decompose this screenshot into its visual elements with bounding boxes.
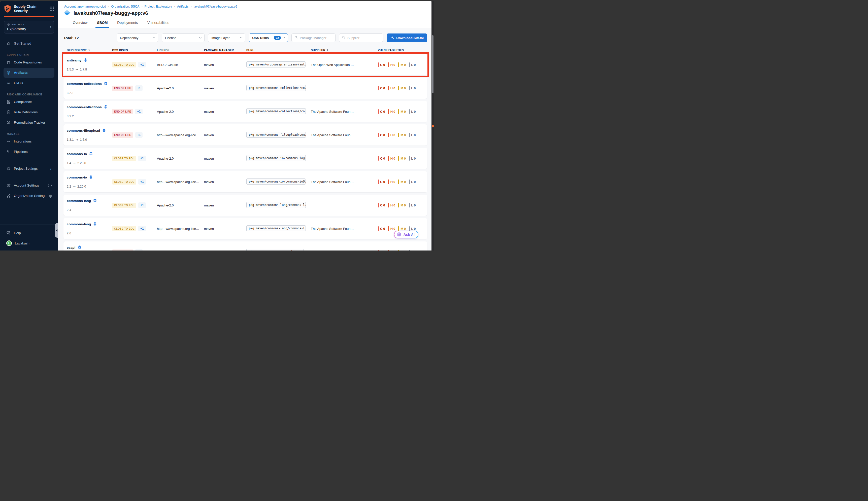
- download-sbom-button[interactable]: Download SBOM: [387, 33, 427, 42]
- sidebar-collapse-handle[interactable]: [55, 223, 58, 238]
- sidebar-item-account-settings[interactable]: Account Settings i: [3, 181, 54, 191]
- sidebar-item-help[interactable]: Help: [3, 228, 54, 238]
- table-row[interactable]: commons-fileupload 1.3.1→1.6.0 END OF LI…: [63, 124, 427, 146]
- license-cell: http---www.apache.org-lice…: [157, 133, 204, 137]
- more-risks-badge[interactable]: +1: [138, 226, 146, 231]
- breadcrumb-artifacts[interactable]: Artifacts: [177, 5, 188, 8]
- risk-badge: CLOSE TO EOL: [112, 179, 136, 184]
- docker-icon: [64, 10, 71, 16]
- table-row[interactable]: commons-lang 2.6→ CLOSE TO EOL +1 http--: [63, 218, 427, 239]
- high-severity-bar: [388, 86, 389, 90]
- sidebar-item-cicd[interactable]: ∞ CI/CD: [3, 78, 54, 88]
- package-manager-input[interactable]: [300, 36, 332, 40]
- more-risks-badge[interactable]: +1: [138, 202, 146, 208]
- sidebar-item-organization-settings[interactable]: Organization Settings i: [3, 191, 54, 201]
- purl-chip[interactable]: pkg:maven/commons-io/commons-io@…: [246, 155, 306, 161]
- vuln-count-high: H0: [388, 203, 395, 207]
- high-severity-bar: [388, 203, 389, 207]
- breadcrumb-account[interactable]: Account: app-harness-ng-cicd: [64, 5, 106, 8]
- sidebar-item-integrations[interactable]: Integrations: [3, 137, 54, 147]
- table-row[interactable]: commons-collections 3.2.1→ END OF LIFE +…: [63, 77, 427, 99]
- more-risks-badge[interactable]: +1: [138, 62, 146, 67]
- sidebar-item-pipelines[interactable]: Pipelines: [3, 147, 54, 157]
- page-header: Account: app-harness-ng-cicd › Organizat…: [58, 1, 432, 28]
- table-row[interactable]: commons-io 1.4→2.20.0 CLOSE TO EOL +1 Ap: [63, 148, 427, 169]
- oss-risks-filter-select[interactable]: OSS Risks 02: [249, 33, 288, 42]
- more-risks-badge[interactable]: +1: [138, 156, 146, 161]
- module-grid-icon[interactable]: [50, 7, 54, 11]
- column-dependency[interactable]: DEPENDENCY: [67, 49, 112, 52]
- dependency-version: 3.2.1→: [67, 91, 109, 95]
- sidebar-item-rule-definitions[interactable]: Rule Definitions: [3, 107, 54, 117]
- purl-chip[interactable]: pkg:maven/org.owasp.antisamy/ant…: [246, 62, 306, 67]
- layers-icon[interactable]: [104, 105, 108, 109]
- tab-vulnerabilities[interactable]: Vulnerabilities: [147, 19, 170, 28]
- dependency-cell: commons-collections 3.2.1→: [67, 77, 112, 99]
- divider: [4, 177, 54, 177]
- table-row[interactable]: commons-io 2.2→2.20.0 CLOSE TO EOL +1 ht: [63, 171, 427, 192]
- image-layer-filter-select[interactable]: Image Layer: [208, 33, 245, 42]
- ask-ai-button[interactable]: Ask AI: [394, 231, 419, 238]
- table-row[interactable]: esapi → END OF LIFE +1 BSD-Creative Comm: [63, 242, 427, 250]
- license-filter-select[interactable]: License: [162, 33, 204, 42]
- more-risks-badge[interactable]: +1: [135, 132, 143, 138]
- column-purl: PURL: [246, 49, 311, 52]
- purl-chip[interactable]: pkg:maven/commons-collections/co…: [246, 85, 306, 91]
- sidebar-item-compliance[interactable]: Compliance: [3, 97, 54, 107]
- dependency-name: commons-lang: [67, 222, 91, 226]
- dependency-name: commons-collections: [67, 105, 102, 109]
- supplier-input[interactable]: [347, 36, 380, 40]
- vulnerabilities-cell: C0H0M0L0: [378, 226, 427, 231]
- high-severity-bar: [388, 180, 389, 184]
- critical-severity-bar: [378, 250, 379, 250]
- purl-cell: pkg:maven/commons-io/commons-io@…: [246, 179, 311, 185]
- app-window: Supply Chain Security PROJECT Explorat: [0, 0, 434, 250]
- breadcrumb-organization[interactable]: Organization: SSCA: [111, 5, 139, 8]
- column-supplier[interactable]: SUPPLIER: [311, 49, 378, 52]
- package-manager-cell: maven: [204, 86, 246, 90]
- layers-icon[interactable]: [77, 245, 82, 250]
- dependency-cell: commons-io 2.2→2.20.0: [67, 171, 112, 192]
- sidebar-item-project-settings[interactable]: Project Settings ›: [3, 164, 54, 174]
- low-severity-bar: [409, 109, 410, 114]
- sort-desc-icon: [88, 50, 90, 51]
- layers-icon[interactable]: [102, 128, 106, 133]
- sidebar-item-get-started[interactable]: Get Started: [3, 39, 54, 49]
- layers-icon[interactable]: [84, 58, 88, 63]
- more-risks-badge[interactable]: +1: [138, 179, 146, 184]
- layers-icon[interactable]: [104, 81, 108, 86]
- tab-sbom[interactable]: SBOM: [96, 19, 108, 28]
- tab-deployments[interactable]: Deployments: [117, 19, 138, 28]
- more-risks-badge[interactable]: +1: [135, 85, 143, 91]
- medium-severity-bar: [398, 156, 399, 161]
- layers-icon[interactable]: [93, 222, 97, 226]
- purl-chip[interactable]: pkg:maven/commons-fileupload/com…: [246, 132, 306, 138]
- sidebar-user[interactable]: L Lavakush: [3, 238, 54, 248]
- section-manage: MANAGE: [0, 133, 58, 136]
- purl-chip[interactable]: pkg:maven/commons-collections/co…: [246, 108, 306, 114]
- tab-overview[interactable]: Overview: [72, 19, 88, 28]
- layers-icon[interactable]: [89, 175, 93, 180]
- purl-cell: pkg:maven/commons-io/commons-io@…: [246, 155, 311, 162]
- sidebar-item-code-repositories[interactable]: Code Repositories: [3, 57, 54, 67]
- table-row[interactable]: antisamy 1.5.3→1.7.8 CLOSE TO EOL +1 BSD: [63, 54, 427, 75]
- purl-chip[interactable]: pkg:maven/commons-lang/commons-l…: [246, 225, 306, 231]
- purl-chip[interactable]: pkg:maven/org.owasp.esapi/esa…: [246, 249, 304, 251]
- project-selector[interactable]: PROJECT Exploratory ›: [4, 21, 54, 33]
- table-row[interactable]: commons-lang 2.4→ CLOSE TO EOL +1 Apache: [63, 195, 427, 216]
- breadcrumb-artifact-name[interactable]: lavakush07/easy-buggy-app:v6: [194, 5, 237, 8]
- sidebar-item-artifacts[interactable]: Artifacts: [3, 68, 54, 78]
- purl-chip[interactable]: pkg:maven/commons-lang/commons-l…: [246, 202, 306, 208]
- breadcrumb-project[interactable]: Project: Exploratory: [145, 5, 172, 8]
- table-row[interactable]: commons-collections 3.2.2→ END OF LIFE +…: [63, 101, 427, 122]
- more-risks-badge[interactable]: +1: [135, 249, 143, 250]
- dependency-filter-select[interactable]: Dependency: [117, 33, 158, 42]
- vuln-count-medium: M0: [398, 86, 406, 90]
- medium-severity-bar: [398, 109, 399, 114]
- purl-chip[interactable]: pkg:maven/commons-io/commons-io@…: [246, 179, 306, 184]
- sidebar-item-remediation-tracker[interactable]: Remediation Tracker: [3, 118, 54, 128]
- layers-icon[interactable]: [93, 199, 97, 203]
- scrollbar-thumb[interactable]: [432, 35, 434, 93]
- layers-icon[interactable]: [89, 151, 93, 156]
- more-risks-badge[interactable]: +1: [135, 109, 143, 114]
